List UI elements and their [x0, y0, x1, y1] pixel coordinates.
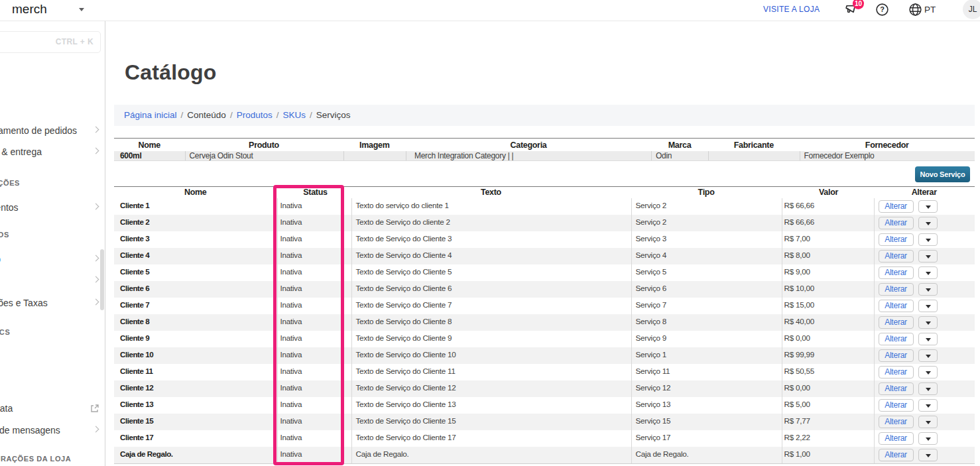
- svg-text:?: ?: [880, 5, 885, 13]
